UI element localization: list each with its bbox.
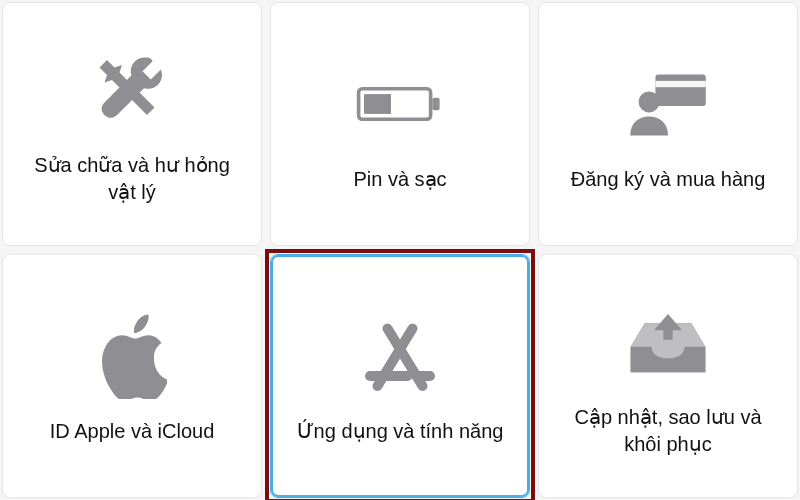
card-apple-id-icloud[interactable]: ID Apple và iCloud bbox=[2, 254, 262, 498]
card-label: Cập nhật, sao lưu và khôi phục bbox=[558, 404, 778, 458]
card-label: Ứng dụng và tính năng bbox=[297, 418, 504, 445]
svg-rect-2 bbox=[364, 94, 391, 114]
card-label: Đăng ký và mua hàng bbox=[571, 166, 766, 193]
card-subscriptions-purchases[interactable]: Đăng ký và mua hàng bbox=[538, 2, 798, 246]
apple-logo-icon bbox=[84, 308, 180, 404]
download-inbox-icon bbox=[620, 294, 716, 390]
card-apps-features[interactable]: Ứng dụng và tính năng bbox=[270, 254, 530, 498]
tools-icon bbox=[84, 42, 180, 138]
card-label: Pin và sạc bbox=[353, 166, 446, 193]
appstore-icon bbox=[352, 308, 448, 404]
card-update-backup-restore[interactable]: Cập nhật, sao lưu và khôi phục bbox=[538, 254, 798, 498]
battery-icon bbox=[352, 56, 448, 152]
card-repair-damage[interactable]: Sửa chữa và hư hỏng vật lý bbox=[2, 2, 262, 246]
card-label: ID Apple và iCloud bbox=[50, 418, 215, 445]
svg-rect-4 bbox=[655, 80, 705, 86]
svg-rect-1 bbox=[432, 97, 439, 110]
svg-rect-3 bbox=[655, 74, 705, 106]
support-topic-grid: Sửa chữa và hư hỏng vật lý Pin và sạc bbox=[2, 2, 798, 498]
subscribe-icon bbox=[620, 56, 716, 152]
card-battery-charging[interactable]: Pin và sạc bbox=[270, 2, 530, 246]
card-label: Sửa chữa và hư hỏng vật lý bbox=[22, 152, 242, 206]
svg-point-5 bbox=[639, 91, 660, 112]
